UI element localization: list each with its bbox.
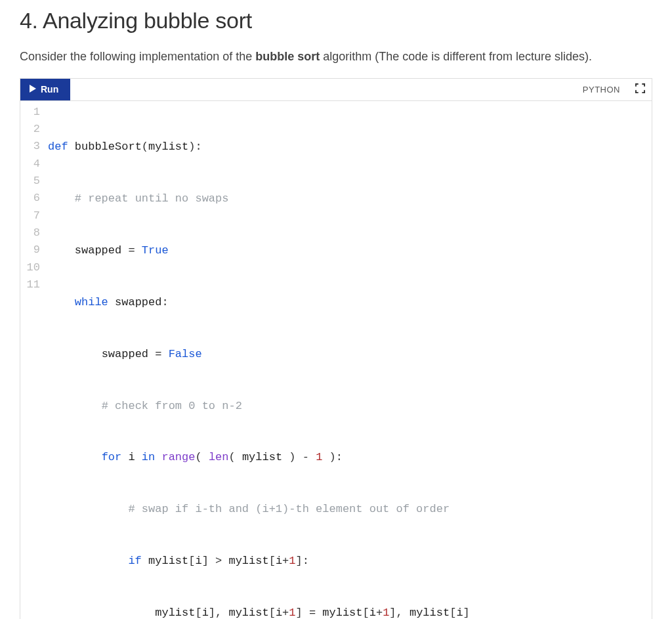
line-number: 11 [26,276,40,293]
fullscreen-icon [635,83,645,96]
intro-post: algorithm (The code is different from le… [320,50,592,63]
line-number: 2 [26,121,40,138]
fullscreen-button[interactable] [628,79,652,100]
line-number: 10 [26,259,40,276]
code-runner-block: Run PYTHON 1234567891011 def bubbleSort(… [20,78,652,619]
intro-bold: bubble sort [255,50,320,63]
line-number: 6 [26,190,40,207]
svg-marker-0 [30,85,36,93]
code-body[interactable]: 1234567891011 def bubbleSort(mylist): # … [20,101,652,619]
line-number: 8 [26,224,40,242]
play-icon [30,84,36,95]
line-number: 9 [26,242,40,259]
line-number: 7 [26,207,40,224]
intro-pre: Consider the following implementation of… [20,50,255,63]
line-number: 3 [26,138,40,155]
run-button[interactable]: Run [20,79,70,100]
line-number-gutter: 1234567891011 [20,101,47,619]
toolbar-spacer [70,79,583,100]
line-number: 1 [26,104,40,121]
language-label: PYTHON [583,79,628,100]
intro-paragraph: Consider the following implementation of… [20,48,652,66]
code-lines[interactable]: def bubbleSort(mylist): # repeat until n… [47,101,652,619]
run-button-label: Run [41,84,58,95]
section-heading: 4. Analyzing bubble sort [20,8,652,33]
code-runner-toolbar: Run PYTHON [20,79,652,101]
line-number: 4 [26,156,40,173]
line-number: 5 [26,173,40,190]
